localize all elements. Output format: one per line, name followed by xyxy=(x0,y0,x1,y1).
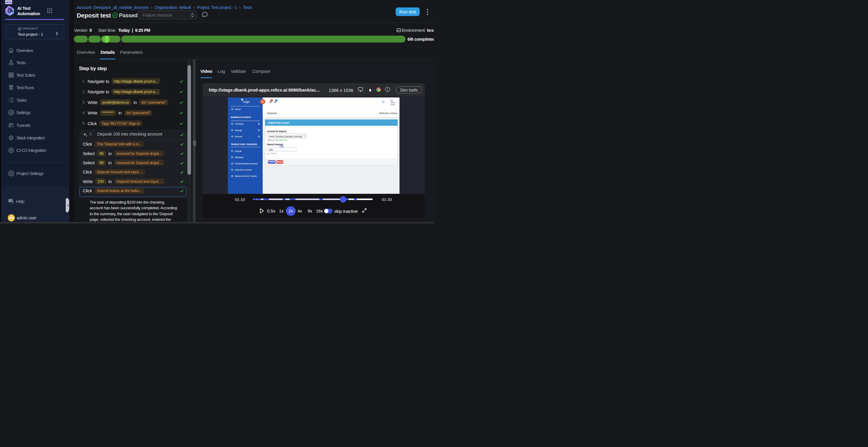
svg-text:?: ? xyxy=(10,199,11,202)
